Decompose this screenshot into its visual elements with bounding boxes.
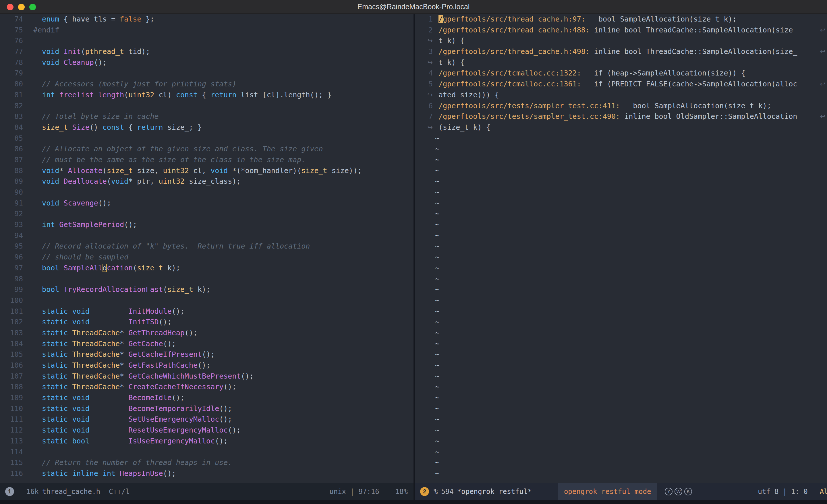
code-line[interactable]: 113 static bool IsUseEmergencyMalloc(); (0, 436, 414, 447)
code-line[interactable]: 100 (0, 295, 414, 306)
code-line[interactable]: 90 (0, 187, 414, 198)
buffer-name[interactable]: *opengrok-restful* (457, 488, 532, 496)
code-line[interactable]: ~ (415, 187, 827, 198)
code-line[interactable]: 94 (0, 230, 414, 241)
buffer-name[interactable]: thread_cache.h (42, 488, 100, 496)
code-line[interactable]: ~ (415, 327, 827, 338)
code-line[interactable]: 6/gperftools/src/tests/sampler_test.cc:4… (415, 100, 827, 111)
code-line[interactable]: 1/gperftools/src/thread_cache.h:97: bool… (415, 14, 827, 25)
code-line[interactable]: ~ (415, 295, 827, 306)
code-line[interactable]: ~ (415, 468, 827, 479)
code-line[interactable]: 103 static ThreadCache* GetThreadHeap(); (0, 327, 414, 338)
minor-mode-icon[interactable]: W (675, 488, 682, 495)
code-line[interactable]: 85 (0, 133, 414, 144)
left-pane[interactable]: 74 enum { have_tls = false };75#endif767… (0, 14, 414, 483)
code-line[interactable]: ~ (415, 457, 827, 468)
code-line[interactable]: 93 int GetSamplePeriod(); (0, 219, 414, 230)
line-number (415, 144, 433, 154)
code-line[interactable]: ~ (415, 382, 827, 392)
minor-mode-icon[interactable]: K (684, 488, 692, 495)
code-line[interactable]: ~ (415, 392, 827, 403)
code-line[interactable]: 110 static void BecomeTemporarilyIdle(); (0, 403, 414, 414)
code-line[interactable]: 81 int freelist_length(uint32 cl) const … (0, 90, 414, 100)
code-line[interactable]: ~ (415, 425, 827, 436)
code-line[interactable]: 2/gperftools/src/thread_cache.h:488: inl… (415, 25, 827, 36)
code-line[interactable]: 104 static ThreadCache* GetCache(); (0, 338, 414, 349)
minor-mode-icon[interactable]: Y (665, 488, 673, 495)
zoom-button[interactable] (29, 4, 36, 10)
code-line[interactable]: 116 static inline int HeapsInUse(); (0, 468, 414, 479)
code-line[interactable]: 82 (0, 100, 414, 111)
code-line[interactable]: 79 (0, 68, 414, 79)
code-line[interactable]: 74 enum { have_tls = false }; (0, 14, 414, 25)
code-line[interactable]: 115 // Return the number of thread heaps… (0, 457, 414, 468)
code-line[interactable]: ~ (415, 436, 827, 447)
code-line[interactable]: ~ (415, 219, 827, 230)
code-line[interactable]: 106 static ThreadCache* GetFastPathCache… (0, 360, 414, 371)
code-line[interactable]: ~ (415, 230, 827, 241)
code-line[interactable]: ~ (415, 349, 827, 360)
code-line[interactable]: ~ (415, 403, 827, 414)
code-line[interactable]: ~ (415, 208, 827, 219)
major-mode[interactable]: opengrok-restful-mode (557, 483, 657, 500)
code-line[interactable]: ~ (415, 241, 827, 252)
code-line[interactable]: ~ (415, 414, 827, 425)
code-line[interactable]: 108 static ThreadCache* CreateCacheIfNec… (0, 382, 414, 392)
major-mode[interactable]: C++/l (109, 488, 130, 496)
code-line[interactable]: ~ (415, 176, 827, 187)
code-line[interactable]: ~ (415, 154, 827, 165)
code-line[interactable]: ~ (415, 252, 827, 263)
code-line[interactable]: ↪(size_t k) { (415, 122, 827, 133)
code-line[interactable]: 112 static void ResetUseEmergencyMalloc(… (0, 425, 414, 436)
code-line[interactable]: 86 // Allocate an object of the given si… (0, 144, 414, 154)
code-line[interactable]: 109 static void BecomeIdle(); (0, 392, 414, 403)
code-line[interactable]: ~ (415, 263, 827, 273)
code-line[interactable]: ~ (415, 165, 827, 176)
code-line[interactable]: 98 (0, 273, 414, 285)
code-line[interactable]: 95 // Record allocation of "k" bytes. Re… (0, 241, 414, 252)
code-line[interactable]: ~ (415, 360, 827, 371)
code-line[interactable]: ↪ated_size))) { (415, 90, 827, 100)
code-line[interactable]: ~ (415, 316, 827, 327)
code-line[interactable]: 75#endif (0, 25, 414, 36)
code-line[interactable]: 92 (0, 208, 414, 219)
code-line[interactable]: ↪t k) { (415, 57, 827, 68)
echo-area[interactable] (0, 500, 827, 504)
code-line[interactable]: ~ (415, 447, 827, 457)
code-line[interactable]: ~ (415, 144, 827, 154)
code-line[interactable]: ~ (415, 338, 827, 349)
code-line[interactable]: 3/gperftools/src/thread_cache.h:498: inl… (415, 46, 827, 57)
code-line[interactable]: 5/gperftools/src/tcmalloc.cc:1361: if (P… (415, 79, 827, 90)
code-line[interactable]: 83 // Total byte size in cache (0, 111, 414, 122)
close-button[interactable] (7, 4, 13, 10)
code-line[interactable]: 107 static ThreadCache* GetCacheWhichMus… (0, 371, 414, 382)
code-line[interactable]: 87 // must be the same as the size of th… (0, 154, 414, 165)
code-line[interactable]: 105 static ThreadCache* GetCacheIfPresen… (0, 349, 414, 360)
code-line[interactable]: 97 bool SampleAllocation(size_t k); (0, 263, 414, 273)
code-line[interactable]: 114 (0, 447, 414, 457)
code-line[interactable]: 89 void Deallocate(void* ptr, uint32 siz… (0, 176, 414, 187)
code-line[interactable]: 88 void* Allocate(size_t size, uint32 cl… (0, 165, 414, 176)
code-line[interactable]: 7/gperftools/src/tests/sampler_test.cc:4… (415, 111, 827, 122)
code-line[interactable]: 111 static void SetUseEmergencyMalloc(); (0, 414, 414, 425)
code-line[interactable]: ~ (415, 273, 827, 285)
minimize-button[interactable] (18, 4, 25, 10)
code-line[interactable]: ~ (415, 284, 827, 295)
code-line[interactable]: 96 // should be sampled (0, 252, 414, 263)
code-line[interactable]: 102 static void InitTSD(); (0, 316, 414, 327)
code-line[interactable]: 91 void Scavenge(); (0, 198, 414, 209)
code-line[interactable]: ~ (415, 198, 827, 209)
code-line[interactable]: 76 (0, 35, 414, 46)
code-line[interactable]: 84 size_t Size() const { return size_; } (0, 122, 414, 133)
code-line[interactable]: 78 void Cleanup(); (0, 57, 414, 68)
code-line[interactable]: ↪t k) { (415, 35, 827, 46)
code-line[interactable]: 4/gperftools/src/tcmalloc.cc:1322: if (h… (415, 68, 827, 79)
code-line[interactable]: ~ (415, 306, 827, 317)
code-line[interactable]: ~ (415, 371, 827, 382)
code-line[interactable]: 99 bool TryRecordAllocationFast(size_t k… (0, 284, 414, 295)
code-line[interactable]: 77 void Init(pthread_t tid); (0, 46, 414, 57)
code-line[interactable]: 80 // Accessors (mostly just for printin… (0, 79, 414, 90)
code-line[interactable]: ~ (415, 133, 827, 144)
code-line[interactable]: 101 static void InitModule(); (0, 306, 414, 317)
right-pane[interactable]: 1/gperftools/src/thread_cache.h:97: bool… (415, 14, 827, 483)
